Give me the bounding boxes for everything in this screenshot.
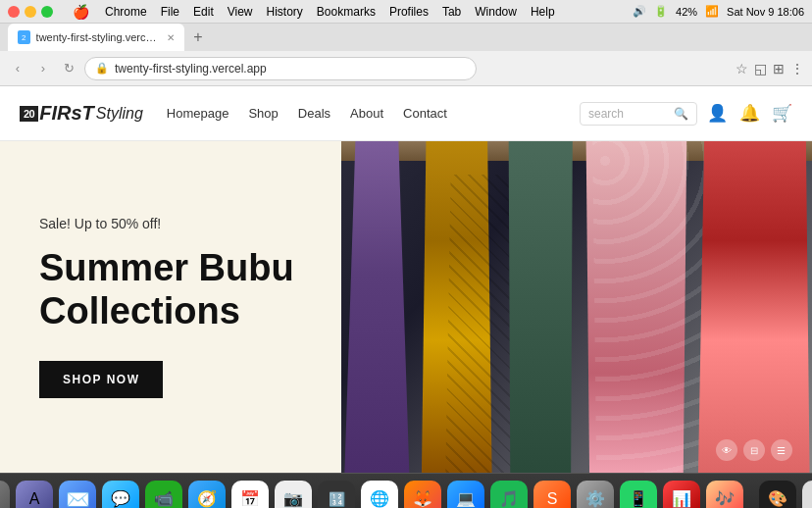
address-bar[interactable]: 🔒 twenty-first-styling.vercel.app bbox=[84, 57, 477, 80]
menu-tab[interactable]: Tab bbox=[442, 5, 461, 19]
bell-icon[interactable]: 🔔 bbox=[739, 103, 760, 124]
cloth-item-3 bbox=[501, 141, 581, 473]
logo-styling: Styling bbox=[96, 105, 143, 123]
dock-music[interactable]: 🎶 bbox=[706, 481, 743, 509]
site-logo[interactable]: 20 FIRsT Styling bbox=[20, 102, 143, 125]
dock-launchpad[interactable]: 🚀 bbox=[0, 481, 10, 509]
clock: Sat Nov 9 18:06 bbox=[727, 6, 804, 18]
close-button[interactable] bbox=[8, 6, 20, 18]
logo-box: 20 bbox=[20, 106, 38, 122]
hero-title-line2: Collections bbox=[39, 290, 240, 331]
refresh-button[interactable]: ↻ bbox=[59, 59, 78, 78]
dock-facetime[interactable]: 📹 bbox=[145, 481, 182, 509]
nav-search-area: search 🔍 👤 🔔 🛒 bbox=[580, 102, 792, 126]
nav-action-icons: 👤 🔔 🛒 bbox=[707, 103, 792, 124]
dock-figma[interactable]: 🎨 bbox=[759, 481, 796, 509]
dock-appstore[interactable]: A bbox=[16, 481, 53, 509]
menu-view[interactable]: View bbox=[228, 5, 253, 19]
dock-activity[interactable]: 📊 bbox=[663, 481, 700, 509]
star-icon[interactable]: ☆ bbox=[736, 61, 748, 76]
dock-firefox[interactable]: 🦊 bbox=[404, 481, 441, 509]
slide-prev-icon[interactable]: 👁 bbox=[716, 439, 737, 461]
menu-bookmarks[interactable]: Bookmarks bbox=[317, 5, 376, 19]
traffic-lights[interactable] bbox=[8, 6, 53, 18]
menu-history[interactable]: History bbox=[267, 5, 303, 19]
hero-title-line1: Summer Bubu bbox=[39, 247, 294, 288]
hero-right: 👁 ⊟ ☰ bbox=[341, 141, 812, 473]
hero-image: 👁 ⊟ ☰ bbox=[341, 141, 812, 473]
dock-spotify[interactable]: 🎵 bbox=[490, 481, 528, 509]
menu-profiles[interactable]: Profiles bbox=[389, 5, 429, 19]
dock-safari[interactable]: 🧭 bbox=[188, 481, 226, 509]
lock-icon: 🔒 bbox=[95, 62, 109, 75]
browser-bar: ‹ › ↻ 🔒 twenty-first-styling.vercel.app … bbox=[0, 51, 812, 86]
cloth-item-5 bbox=[692, 141, 812, 473]
tab-bar: 2 twenty-first-styling.vercel.app ✕ + bbox=[0, 24, 812, 51]
battery-icon: 🔋 bbox=[654, 5, 668, 18]
dock-messages[interactable]: 💬 bbox=[102, 481, 139, 509]
dock-calendar[interactable]: 📅 bbox=[231, 481, 269, 509]
dock-calculator[interactable]: 🔢 bbox=[318, 481, 355, 509]
browser-toolbar-icons: ☆ ◱ ⊞ ⋮ bbox=[736, 61, 804, 76]
menu-chrome[interactable]: Chrome bbox=[105, 5, 147, 19]
new-tab-button[interactable]: + bbox=[188, 27, 208, 47]
nav-links: Homepage Shop Deals About Contact bbox=[167, 106, 447, 121]
dock-system-prefs[interactable]: ⚙️ bbox=[577, 481, 614, 509]
shop-now-button[interactable]: SHOP NOW bbox=[39, 361, 163, 398]
dock-whatsapp[interactable]: 📱 bbox=[620, 481, 657, 509]
browser-tab[interactable]: 2 twenty-first-styling.vercel.app ✕ bbox=[8, 24, 184, 51]
slide-controls: 👁 ⊟ ☰ bbox=[716, 439, 792, 461]
menu-edit[interactable]: Edit bbox=[193, 5, 214, 19]
tab-close-icon[interactable]: ✕ bbox=[167, 32, 175, 43]
menubar-right: 🔊 🔋 42% 📶 Sat Nov 9 18:06 bbox=[633, 5, 804, 18]
apple-menu[interactable]: 🍎 bbox=[73, 4, 89, 20]
website-content: 20 FIRsT Styling Homepage Shop Deals Abo… bbox=[0, 86, 812, 473]
dock-preview[interactable]: 🖼️ bbox=[802, 481, 812, 509]
search-box[interactable]: search 🔍 bbox=[580, 102, 697, 126]
dock-mail[interactable]: ✉️ bbox=[59, 481, 96, 509]
slide-menu-icon[interactable]: ☰ bbox=[771, 439, 792, 461]
cart-icon[interactable]: 🛒 bbox=[772, 103, 792, 124]
extensions-icon[interactable]: ⊞ bbox=[773, 61, 785, 76]
logo-text: FIRsT bbox=[39, 102, 94, 125]
minimize-button[interactable] bbox=[25, 6, 36, 18]
more-icon[interactable]: ⋮ bbox=[790, 61, 804, 76]
profile-icon[interactable]: ◱ bbox=[754, 61, 767, 76]
hero-section: Sale! Up to 50% off! Summer Bubu Collect… bbox=[0, 141, 812, 473]
dock-swift[interactable]: S bbox=[533, 481, 571, 509]
hero-left: Sale! Up to 50% off! Summer Bubu Collect… bbox=[0, 141, 341, 473]
search-input-text: search bbox=[588, 107, 624, 121]
tab-title: twenty-first-styling.vercel.app bbox=[36, 31, 161, 43]
nav-contact[interactable]: Contact bbox=[403, 106, 447, 121]
hero-sale-text: Sale! Up to 50% off! bbox=[39, 216, 302, 231]
maximize-button[interactable] bbox=[41, 6, 53, 18]
dock-vscode[interactable]: 💻 bbox=[447, 481, 484, 509]
menu-file[interactable]: File bbox=[161, 5, 179, 19]
url-text[interactable]: twenty-first-styling.vercel.app bbox=[115, 62, 267, 76]
clothes-display bbox=[341, 141, 812, 473]
tab-favicon: 2 bbox=[18, 30, 30, 44]
search-icon[interactable]: 🔍 bbox=[674, 107, 688, 121]
menu-help[interactable]: Help bbox=[531, 5, 555, 19]
battery-level: 42% bbox=[676, 6, 697, 18]
menu-bar: 🍎 Chrome File Edit View History Bookmark… bbox=[0, 0, 812, 24]
nav-about[interactable]: About bbox=[350, 106, 383, 121]
site-navigation: 20 FIRsT Styling Homepage Shop Deals Abo… bbox=[0, 86, 812, 141]
back-button[interactable]: ‹ bbox=[8, 59, 27, 78]
nav-deals[interactable]: Deals bbox=[298, 106, 330, 121]
dock-chrome[interactable]: 🌐 bbox=[361, 481, 398, 509]
cloth-item-1 bbox=[341, 141, 413, 473]
cloth-item-4-pattern bbox=[585, 141, 717, 473]
nav-homepage[interactable]: Homepage bbox=[167, 106, 229, 121]
slide-eye-icon[interactable]: ⊟ bbox=[743, 439, 765, 461]
forward-button[interactable]: › bbox=[33, 59, 53, 78]
hero-title: Summer Bubu Collections bbox=[39, 247, 302, 332]
user-icon[interactable]: 👤 bbox=[707, 103, 728, 124]
wifi-icon: 📶 bbox=[705, 5, 719, 18]
dock-photos[interactable]: 📷 bbox=[275, 481, 312, 509]
nav-shop[interactable]: Shop bbox=[248, 106, 278, 121]
volume-icon: 🔊 bbox=[633, 5, 646, 18]
macos-dock: 🔵 🚀 A ✉️ 💬 📹 🧭 📅 📷 🔢 🌐 🦊 💻 🎵 S ⚙️ 📱 📊 🎶 … bbox=[0, 473, 812, 508]
menu-window[interactable]: Window bbox=[475, 5, 517, 19]
